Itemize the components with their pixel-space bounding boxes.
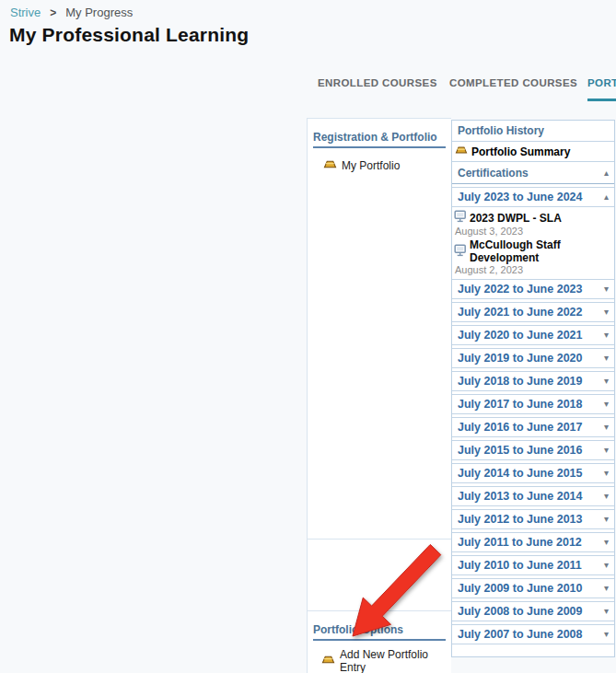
chevron-down-icon: ▾	[604, 307, 609, 317]
chevron-down-icon: ▾	[604, 492, 609, 501]
left-sidebar: Registration & Portfolio My Portfolio Po…	[307, 118, 451, 673]
chevron-down-icon: ▾	[604, 354, 609, 363]
sidebar-spacer	[308, 540, 451, 611]
add-new-portfolio-entry-link[interactable]: Add New Portfolio Entry	[321, 648, 451, 673]
year-accordion-row[interactable]: July 2007 to June 2008 ▾	[452, 624, 614, 644]
year-accordion-row-expanded[interactable]: July 2023 to June 2024 ▴	[452, 187, 614, 207]
tab-portfolio[interactable]: PORTFOLIO	[587, 77, 616, 88]
chevron-down-icon: ▾	[604, 630, 609, 639]
active-tab-underline	[587, 99, 616, 101]
chevron-down-icon: ▾	[604, 515, 609, 524]
chevron-down-icon: ▾	[604, 584, 609, 593]
expanded-year-entries: 2023 DWPL - SLA August 3, 2023 McCulloug…	[452, 210, 614, 275]
portfolio-history-panel: Portfolio History Portfolio Summary Cert…	[451, 120, 615, 657]
portfolio-summary-link[interactable]: Portfolio Summary	[452, 142, 614, 162]
year-accordion-row[interactable]: July 2012 to June 2013 ▾	[452, 509, 614, 529]
certificate-screen-icon	[454, 210, 467, 226]
portfolio-options-section: Portfolio Options Add New Portfolio Entr…	[308, 623, 451, 673]
year-accordion-row[interactable]: July 2015 to June 2016 ▾	[452, 440, 614, 460]
certification-entry-date: August 3, 2023	[455, 226, 614, 237]
breadcrumb-current-page: My Progress	[65, 6, 133, 19]
breadcrumb-chevron-icon: >	[50, 6, 56, 19]
tab-completed-courses[interactable]: COMPLETED COURSES	[449, 77, 577, 88]
year-accordion-row[interactable]: July 2021 to June 2022 ▾	[452, 302, 614, 322]
chevron-down-icon: ▾	[604, 400, 609, 409]
year-accordion-row[interactable]: July 2016 to June 2017 ▾	[452, 417, 614, 437]
year-accordion-row[interactable]: July 2014 to June 2015 ▾	[452, 463, 614, 483]
my-portfolio-label: My Portfolio	[342, 159, 400, 172]
certification-entry[interactable]: 2023 DWPL - SLA	[454, 210, 614, 226]
certification-entry-title: McCullough Staff Development	[470, 238, 614, 264]
certification-entry[interactable]: McCullough Staff Development	[454, 238, 614, 264]
chevron-down-icon: ▾	[604, 538, 609, 547]
gold-portfolio-icon	[323, 158, 337, 173]
gold-portfolio-icon	[321, 654, 335, 668]
chevron-down-icon: ▾	[604, 446, 609, 455]
year-accordion-row[interactable]: July 2011 to June 2012 ▾	[452, 532, 614, 552]
certifications-accordion-header[interactable]: Certifications ▴	[452, 162, 614, 184]
add-new-portfolio-entry-label: Add New Portfolio Entry	[340, 648, 451, 673]
collapsed-year-list: July 2022 to June 2023 ▾ July 2021 to Ju…	[452, 279, 614, 644]
certification-entry-title: 2023 DWPL - SLA	[470, 212, 562, 225]
chevron-down-icon: ▾	[604, 331, 609, 340]
year-accordion-row[interactable]: July 2019 to June 2020 ▾	[452, 348, 614, 368]
breadcrumb-strive-link[interactable]: Strive	[10, 6, 41, 19]
certification-entry-date: August 2, 2023	[455, 264, 614, 275]
year-accordion-row[interactable]: July 2022 to June 2023 ▾	[452, 279, 614, 299]
year-accordion-row[interactable]: July 2013 to June 2014 ▾	[452, 486, 614, 506]
breadcrumb: Strive > My Progress	[10, 6, 133, 19]
year-accordion-row[interactable]: July 2017 to June 2018 ▾	[452, 394, 614, 414]
portfolio-history-header: Portfolio History	[452, 121, 614, 142]
registration-portfolio-header: Registration & Portfolio	[313, 131, 446, 148]
my-portfolio-link[interactable]: My Portfolio	[323, 158, 451, 173]
gold-portfolio-icon	[455, 145, 468, 158]
chevron-down-icon: ▾	[604, 284, 609, 294]
year-accordion-row[interactable]: July 2020 to June 2021 ▾	[452, 325, 614, 345]
portfolio-summary-label: Portfolio Summary	[471, 145, 570, 158]
chevron-up-icon: ▴	[604, 168, 609, 178]
chevron-down-icon: ▾	[604, 561, 609, 570]
year-accordion-row[interactable]: July 2018 to June 2019 ▾	[452, 371, 614, 391]
chevron-down-icon: ▾	[604, 469, 609, 478]
year-accordion-row[interactable]: July 2010 to June 2011 ▾	[452, 555, 614, 575]
certificate-screen-icon	[454, 244, 467, 260]
chevron-down-icon: ▾	[604, 377, 609, 386]
year-accordion-row[interactable]: July 2009 to June 2010 ▾	[452, 578, 614, 598]
registration-portfolio-section: Registration & Portfolio My Portfolio	[308, 131, 451, 540]
portfolio-options-header: Portfolio Options	[313, 623, 446, 641]
page-title: My Professional Learning	[9, 24, 249, 46]
chevron-down-icon: ▾	[604, 607, 609, 616]
year-accordion-row[interactable]: July 2008 to June 2009 ▾	[452, 601, 614, 621]
chevron-down-icon: ▾	[604, 423, 609, 432]
tab-enrolled-courses[interactable]: ENROLLED COURSES	[318, 77, 437, 88]
chevron-up-icon: ▴	[604, 192, 609, 202]
